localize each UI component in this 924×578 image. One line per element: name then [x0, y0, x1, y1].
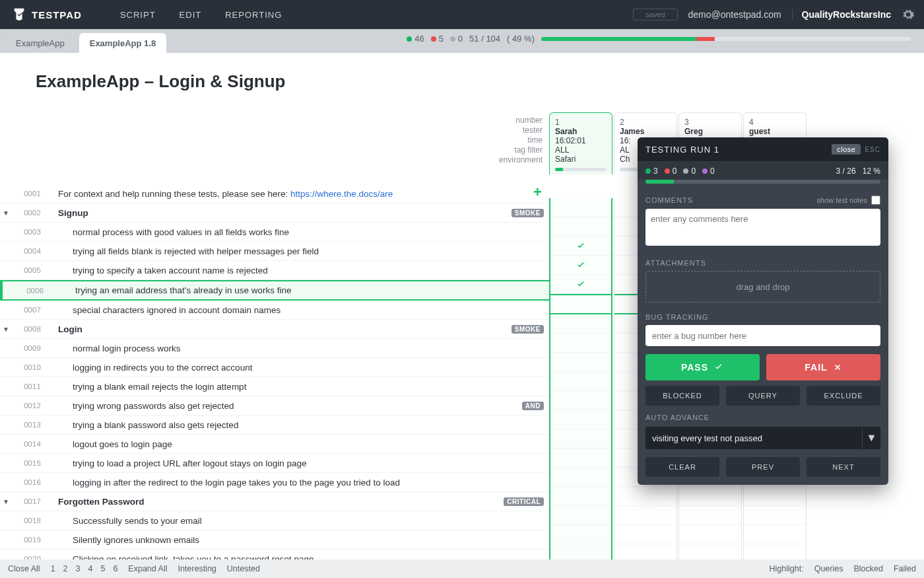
- result-cell[interactable]: [550, 391, 611, 410]
- result-cell[interactable]: [744, 525, 806, 544]
- result-cell[interactable]: [679, 544, 741, 560]
- level-6[interactable]: 6: [113, 564, 117, 573]
- logo[interactable]: TESTPAD: [0, 7, 94, 22]
- result-cell[interactable]: [614, 525, 676, 544]
- result-cell[interactable]: [550, 410, 611, 429]
- test-row[interactable]: ▼ 0008 Login SMOKE: [0, 320, 549, 339]
- bug-number-input[interactable]: [645, 325, 880, 346]
- query-button[interactable]: QUERY: [726, 386, 800, 406]
- nav-edit[interactable]: EDIT: [180, 10, 202, 20]
- filter-interesting[interactable]: Interesting: [178, 564, 216, 573]
- result-cell[interactable]: [550, 236, 611, 256]
- run-column-header[interactable]: 1Sarah16:02:01ALLSafari: [549, 112, 612, 174]
- filter-untested[interactable]: Untested: [227, 564, 260, 573]
- test-row[interactable]: 0015 trying to load a project URL after …: [0, 454, 549, 473]
- test-row[interactable]: 0011 trying a blank email rejects the lo…: [0, 377, 549, 396]
- highlight-failed[interactable]: Failed: [894, 564, 916, 573]
- level-2[interactable]: 2: [63, 564, 68, 573]
- doc-link[interactable]: https://where.the.docs/are: [290, 189, 393, 199]
- gear-icon[interactable]: [902, 8, 915, 21]
- test-row[interactable]: 0020 Clicking on received link, takes yo…: [0, 550, 549, 560]
- tab-version[interactable]: ExampleApp 1.8: [79, 33, 166, 53]
- result-cell[interactable]: [550, 544, 611, 560]
- result-cell[interactable]: [550, 372, 611, 391]
- result-cell[interactable]: [550, 334, 611, 353]
- clear-button[interactable]: CLEAR: [645, 457, 719, 477]
- collapse-icon[interactable]: ▼: [0, 498, 12, 505]
- test-row[interactable]: 0016 logging in after the redirect to th…: [0, 473, 549, 492]
- result-cell[interactable]: [614, 487, 676, 506]
- highlight-blocked[interactable]: Blocked: [853, 564, 882, 573]
- result-cell[interactable]: [614, 544, 676, 560]
- chevron-down-icon[interactable]: ▼: [862, 427, 880, 449]
- result-cell[interactable]: [550, 294, 611, 314]
- result-cell[interactable]: [550, 198, 611, 217]
- result-cell[interactable]: [744, 487, 806, 506]
- result-cell[interactable]: [744, 544, 806, 560]
- level-5[interactable]: 5: [100, 564, 105, 573]
- test-row[interactable]: ▼ 0017 Forgotten Password CRITICAL: [0, 492, 549, 511]
- result-cell[interactable]: [550, 487, 611, 506]
- nav-script[interactable]: SCRIPT: [120, 10, 156, 20]
- tab-project[interactable]: ExampleApp: [5, 33, 75, 53]
- test-row[interactable]: 0009 normal login process works: [0, 339, 549, 358]
- level-4[interactable]: 4: [88, 564, 93, 573]
- close-all[interactable]: Close All: [8, 564, 40, 573]
- result-cell[interactable]: [550, 275, 611, 294]
- panel-close-button[interactable]: close: [832, 144, 861, 155]
- test-row[interactable]: 0018 Successfully sends to your email: [0, 511, 549, 530]
- row-text: normal login process works: [53, 343, 549, 353]
- attachments-dropzone[interactable]: drag and drop: [645, 271, 880, 303]
- test-row[interactable]: 0012 trying wrong passwords also get rej…: [0, 396, 549, 415]
- result-cell[interactable]: [550, 506, 611, 525]
- result-cell[interactable]: [550, 429, 611, 449]
- result-cell[interactable]: [679, 487, 741, 506]
- check-icon: [576, 241, 585, 250]
- test-row[interactable]: ▼ 0002 Signup SMOKE: [0, 203, 549, 223]
- result-cell[interactable]: [550, 256, 611, 275]
- user-email[interactable]: demo@ontestpad.com: [688, 9, 781, 20]
- bug-tracking-label: BUG TRACKING: [645, 313, 880, 321]
- test-row[interactable]: 0004 trying all fields blank is rejected…: [0, 242, 549, 261]
- prev-button[interactable]: PREV: [726, 457, 800, 477]
- test-row[interactable]: 0007 special characters ignored in accou…: [0, 301, 549, 320]
- highlight-queries[interactable]: Queries: [814, 564, 843, 573]
- result-cell[interactable]: [550, 525, 611, 544]
- row-text: normal process with good values in all f…: [53, 227, 549, 237]
- org-name[interactable]: QualityRockstarsInc: [792, 9, 891, 20]
- exclude-button[interactable]: EXCLUDE: [807, 386, 880, 406]
- result-cell[interactable]: [614, 506, 676, 525]
- expand-all[interactable]: Expand All: [128, 564, 167, 573]
- collapse-icon[interactable]: ▼: [0, 209, 12, 217]
- blocked-button[interactable]: BLOCKED: [645, 386, 719, 406]
- test-row[interactable]: 0014 logout goes to login page: [0, 435, 549, 454]
- test-row[interactable]: 0003 normal process with good values in …: [0, 223, 549, 242]
- show-test-notes-checkbox[interactable]: [871, 196, 880, 205]
- level-1[interactable]: 1: [51, 564, 55, 573]
- test-row[interactable]: 0019 Silently ignores unknown emails: [0, 530, 549, 550]
- collapse-icon[interactable]: ▼: [0, 326, 12, 333]
- row-text: logging in redirects you to the correct …: [53, 363, 549, 373]
- result-cell[interactable]: [550, 353, 611, 372]
- test-row[interactable]: 0013 trying a blank password also gets r…: [0, 415, 549, 435]
- result-cell[interactable]: [679, 525, 741, 544]
- result-cell[interactable]: [679, 506, 741, 525]
- result-cell[interactable]: [550, 468, 611, 487]
- nav-reporting[interactable]: REPORTING: [225, 10, 282, 20]
- next-button[interactable]: NEXT: [807, 457, 880, 477]
- result-cell[interactable]: [550, 217, 611, 236]
- level-3[interactable]: 3: [76, 564, 81, 573]
- auto-advance-select[interactable]: visiting every test not passed: [645, 427, 862, 449]
- test-row[interactable]: 0006 trying an email address that's alre…: [0, 280, 549, 301]
- result-cell[interactable]: [550, 449, 611, 468]
- result-cell[interactable]: [744, 506, 806, 525]
- comments-textarea[interactable]: [645, 209, 880, 246]
- row-number: 0001: [12, 190, 53, 198]
- test-row[interactable]: 0001 For context and help running these …: [0, 184, 549, 203]
- test-row[interactable]: 0005 trying to specify a taken account n…: [0, 261, 549, 280]
- add-run-button[interactable]: +: [533, 184, 542, 201]
- test-row[interactable]: 0010 logging in redirects you to the cor…: [0, 358, 549, 377]
- result-cell[interactable]: [550, 314, 611, 334]
- pass-button[interactable]: PASS: [645, 354, 760, 380]
- fail-button[interactable]: FAIL: [766, 354, 880, 380]
